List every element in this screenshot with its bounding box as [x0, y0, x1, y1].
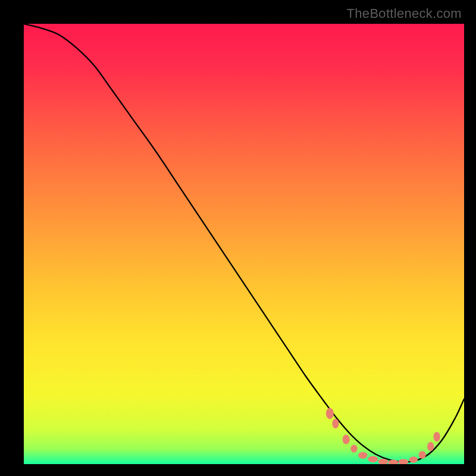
marker-dot: [350, 445, 357, 453]
watermark-text: TheBottleneck.com: [347, 6, 462, 21]
plot-area: [24, 24, 464, 464]
chart-frame: TheBottleneck.com: [6, 6, 470, 470]
marker-dot: [419, 451, 426, 459]
marker-dot: [433, 432, 440, 441]
gradient-background: [24, 24, 464, 464]
marker-dot: [343, 434, 350, 444]
marker-dot: [409, 456, 418, 463]
marker-dot: [427, 442, 434, 451]
marker-dot: [326, 408, 334, 419]
chart-svg: [24, 24, 464, 464]
marker-dot: [332, 419, 339, 428]
marker-dot: [358, 452, 367, 459]
marker-dot: [368, 456, 378, 463]
